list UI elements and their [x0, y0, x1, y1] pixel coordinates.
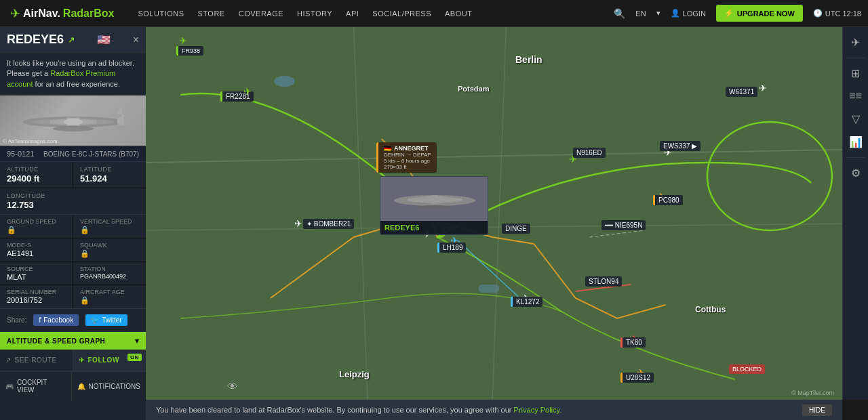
plane-mode-icon[interactable]: ✈	[848, 33, 863, 52]
svg-point-4	[64, 119, 83, 125]
sidebar: REDEYE6 ↗ 🇺🇸 × It looks like you're usin…	[0, 27, 146, 420]
lock-icon-2: 🔒	[80, 226, 90, 234]
nav-coverage[interactable]: COVERAGE	[239, 9, 283, 18]
aircraft-tk80[interactable]: ✈	[630, 333, 638, 344]
popup-aircraft-image	[380, 177, 488, 221]
visibility-toggle[interactable]: 👁	[227, 381, 238, 393]
header: ✈ AirNav. RadarBox SOLUTIONS STORE COVER…	[0, 0, 868, 27]
vertical-speed-label: VERTICAL SPEED	[80, 218, 139, 225]
privacy-policy-link[interactable]: Privacy Policy.	[514, 406, 562, 414]
aircraft-bomber21[interactable]: ✈	[294, 218, 302, 229]
login-button[interactable]: 👤 LOGIN	[671, 9, 706, 18]
longitude-cell: LONGITUDE 12.753	[0, 188, 146, 214]
detail-grid: GROUND SPEED 🔒 VERTICAL SPEED 🔒 MODE-S A…	[0, 215, 146, 308]
external-link-icon[interactable]: ↗	[68, 35, 75, 45]
squawk-cell: SQUAWK 🔒	[73, 238, 146, 261]
main-nav: SOLUTIONS STORE COVERAGE HISTORY API SOC…	[138, 9, 472, 18]
user-icon: 👤	[671, 9, 680, 18]
alt-speed-graph-toggle[interactable]: ALTITUDE & SPEED GRAPH ▾	[0, 332, 146, 350]
lock-icon: 🔒	[7, 226, 16, 234]
longitude-label: LONGITUDE	[7, 192, 139, 199]
station-label: STATION	[80, 266, 139, 272]
ground-speed-cell: GROUND SPEED 🔒	[0, 215, 73, 238]
hide-cookie-button[interactable]: HIDE	[802, 404, 832, 416]
upgrade-button[interactable]: ⚡ UPGRADE NOW	[716, 5, 803, 22]
aircraft-age-label: AIRCRAFT AGE	[80, 289, 139, 295]
utc-time: 🕐 UTC 12:18	[813, 9, 861, 18]
cockpit-view-button[interactable]: 🎮 COCKPIT VIEW	[0, 372, 72, 400]
squawk-value: 🔒	[80, 249, 139, 258]
aircraft-kl1272[interactable]: ✈	[521, 293, 530, 303]
aircraft-age-cell: AIRCRAFT AGE 🔒	[73, 285, 146, 308]
close-button[interactable]: ×	[133, 34, 139, 46]
mode-s-value: AE1491	[7, 249, 66, 257]
share-label: Share:	[7, 316, 26, 324]
aircraft-model: BOEING E-8C J-STARS (B707)	[43, 150, 139, 158]
label-blocked: BLOCKED	[729, 364, 765, 374]
lock-icon-4: 🔒	[80, 296, 90, 305]
aircraft-fr938[interactable]: ✈	[179, 35, 187, 46]
route-icon: ↗	[5, 356, 12, 364]
aircraft-pc980[interactable]: ✈	[657, 191, 665, 202]
latitude-label: LATITUDE	[80, 166, 139, 173]
vertical-speed-value: 🔒	[80, 226, 139, 234]
upgrade-icon: ⚡	[724, 9, 734, 18]
redeye6-popup[interactable]: REDEYE6	[380, 176, 488, 235]
serial-number-value: 20016/752	[7, 296, 66, 304]
chevron-down-icon: ▾	[135, 336, 139, 345]
altitude-value: 29400 ft	[7, 173, 66, 184]
svg-marker-6	[117, 114, 124, 126]
map-attribution: © MapTiler.com	[791, 390, 834, 396]
notifications-button[interactable]: 🔔 NOTIFICATIONS	[72, 372, 146, 400]
follow-button[interactable]: ✈ FOLLOW ON	[73, 350, 146, 371]
nav-about[interactable]: ABOUT	[445, 9, 472, 18]
facebook-icon: f	[39, 316, 41, 324]
aircraft-n916ed[interactable]: ✈	[569, 154, 577, 165]
nav-history[interactable]: HISTORY	[297, 9, 332, 18]
aircraft-age-value: 🔒	[80, 296, 139, 305]
aircraft-u28s12[interactable]: ✈	[637, 367, 645, 378]
language-selector[interactable]: EN	[635, 9, 646, 18]
mode-s-cell: MODE-S AE1491	[0, 238, 73, 261]
serial-number-cell: SERIAL NUMBER 20016/752	[0, 285, 73, 308]
search-icon[interactable]: 🔍	[614, 8, 625, 19]
source-cell: SOURCE MLAT	[0, 262, 73, 285]
image-credit: © AirTeamImages.com	[3, 138, 58, 144]
serial-code: 95-0121	[7, 150, 34, 158]
svg-point-23	[418, 205, 452, 209]
map-area[interactable]: Berlin Potsdam Cottbus Leipzig FR938 FR2…	[146, 27, 868, 400]
station-cell: STATION PGANRB400492	[73, 262, 146, 285]
settings-icon[interactable]: ⚙	[848, 163, 864, 183]
source-value: MLAT	[7, 273, 66, 281]
chart-icon[interactable]: 📊	[846, 132, 866, 152]
aircraft-info-bar: 95-0121 BOEING E-8C J-STARS (B707)	[0, 146, 146, 162]
action-row: ↗ SEE ROUTE ✈ FOLLOW ON	[0, 350, 146, 371]
cookie-text: You have been cleared to land at RadarBo…	[156, 406, 802, 414]
layers-icon[interactable]: ⊞	[848, 64, 863, 83]
logo-radarbox: RadarBox	[63, 7, 115, 20]
facebook-share-button[interactable]: f Facebook	[33, 314, 79, 326]
squawk-label: SQUAWK	[80, 242, 139, 249]
alt-speed-label: ALTITUDE & SPEED GRAPH	[7, 337, 105, 345]
aircraft-ews337[interactable]: ✈	[664, 147, 672, 158]
grid-icon[interactable]: ≡≡	[846, 87, 865, 106]
aircraft-w61371[interactable]: ✈	[759, 83, 767, 93]
nav-social[interactable]: SOCIAL/PRESS	[372, 9, 431, 18]
aircraft-lh189[interactable]: ✈	[450, 235, 458, 246]
nav-solutions[interactable]: SOLUTIONS	[138, 9, 184, 18]
twitter-icon: 🐦	[91, 316, 99, 324]
vertical-speed-cell: VERTICAL SPEED 🔒	[73, 215, 146, 238]
lang-dropdown-icon[interactable]: ▾	[656, 9, 660, 18]
right-toolbar: ✈ ⊞ ≡≡ ▽ 📊 ⚙	[842, 27, 868, 400]
follow-on-badge: ON	[127, 354, 142, 361]
nav-api[interactable]: API	[346, 9, 359, 18]
altitude-cell: ALTITUDE 29400 ft	[0, 162, 73, 188]
nav-store[interactable]: STORE	[198, 9, 225, 18]
filter-icon[interactable]: ▽	[848, 109, 863, 129]
station-value: PGANRB400492	[80, 273, 139, 280]
twitter-share-button[interactable]: 🐦 Twitter	[85, 314, 127, 326]
bottom-actions: 🎮 COCKPIT VIEW 🔔 NOTIFICATIONS	[0, 371, 146, 400]
aircraft-fr2281[interactable]: ✈	[243, 86, 252, 97]
flight-title-bar: REDEYE6 ↗ 🇺🇸 ×	[0, 27, 146, 53]
see-route-button[interactable]: ↗ SEE ROUTE	[0, 350, 73, 371]
